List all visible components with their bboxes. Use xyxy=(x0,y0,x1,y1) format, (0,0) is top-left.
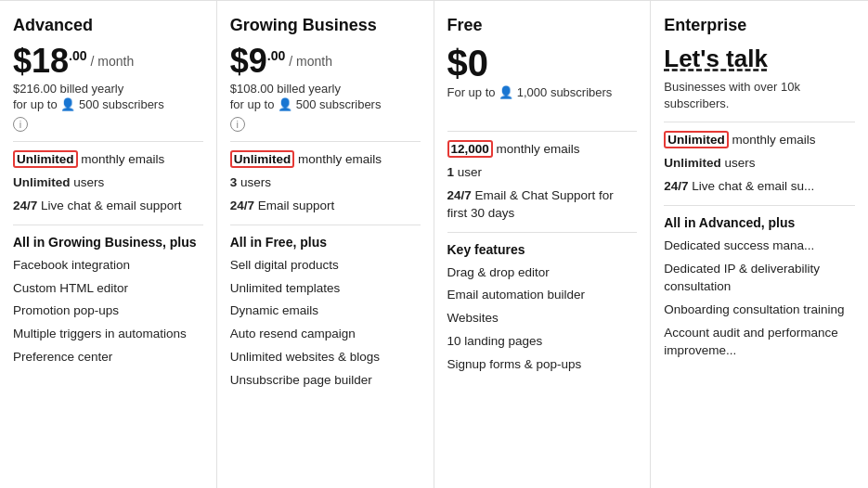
feature-popups: Promotion pop-ups xyxy=(13,302,203,320)
plan-growing: Growing Business $9 .00 / month $108.00 … xyxy=(217,1,434,488)
price-sup-advanced: .00 xyxy=(69,48,86,63)
plan-name-growing: Growing Business xyxy=(230,16,421,35)
feature-unsub: Unsubscribe page builder xyxy=(230,372,421,390)
price-dollar-growing: $9 xyxy=(230,45,267,78)
plan-free: Free $0 For up to 👤 1,000 subscribers 12… xyxy=(434,1,652,488)
feature-facebook: Facebook integration xyxy=(13,257,203,275)
plan-name-free: Free xyxy=(447,16,638,35)
users-advanced: Unlimited users xyxy=(13,174,203,192)
support-free: 24/7 Email & Chat Support for first 30 d… xyxy=(447,187,638,223)
support-enterprise: 24/7 Live chat & email su... xyxy=(664,178,855,196)
plan-enterprise: Enterprise Let's talk Businesses with ov… xyxy=(651,1,868,488)
price-row-advanced: $18 .00 / month xyxy=(13,45,203,78)
plan-name-advanced: Advanced xyxy=(13,16,203,35)
divider-1-enterprise xyxy=(664,122,855,122)
section-title-free: Key features xyxy=(447,242,638,257)
divider-2-advanced xyxy=(13,225,203,225)
divider-1-free xyxy=(447,131,638,132)
feature-triggers: Multiple triggers in automations xyxy=(13,326,203,343)
feature-websites: Unlimited websites & blogs xyxy=(230,349,421,366)
users-free: 1 user xyxy=(447,164,638,182)
section-title-enterprise: All in Advanced, plus xyxy=(664,215,855,230)
users-enterprise: Unlimited users xyxy=(664,155,855,173)
price-dollar-free: $0 xyxy=(447,45,489,82)
email-highlight-advanced: Unlimited xyxy=(17,152,74,166)
feature-websites-free: Websites xyxy=(447,310,638,327)
users-growing: 3 users xyxy=(230,174,421,192)
info-icon-advanced[interactable]: i xyxy=(13,117,28,132)
lets-talk[interactable]: Let's talk xyxy=(664,45,855,73)
email-highlight-free: 12,000 xyxy=(451,142,489,156)
price-row-free: $0 xyxy=(447,45,638,82)
feature-digital: Sell digital products xyxy=(230,257,421,275)
email-suffix-free: monthly emails xyxy=(493,142,580,156)
price-dollar-advanced: $18 xyxy=(13,45,69,78)
feature-html-editor: Custom HTML editor xyxy=(13,280,203,298)
divider-2-free xyxy=(447,232,638,233)
subscribers-growing: for up to 👤 500 subscribers xyxy=(230,97,421,111)
email-feature-advanced: Unlimited monthly emails xyxy=(13,151,203,169)
pricing-grid: Advanced $18 .00 / month $216.00 billed … xyxy=(0,0,868,488)
email-highlight-enterprise: Unlimited xyxy=(667,133,725,147)
price-period-growing: / month xyxy=(289,54,332,69)
email-suffix-enterprise: monthly emails xyxy=(729,133,816,147)
billed-growing: $108.00 billed yearly xyxy=(230,82,421,96)
enterprise-desc: Businesses with over 10k subscribers. xyxy=(664,79,855,112)
billed-free: For up to 👤 1,000 subscribers xyxy=(447,85,638,99)
email-feature-enterprise: Unlimited monthly emails xyxy=(664,132,855,149)
divider-2-enterprise xyxy=(664,205,855,206)
info-icon-growing[interactable]: i xyxy=(230,117,245,132)
feature-preference: Preference center xyxy=(13,349,203,366)
email-highlight-growing: Unlimited xyxy=(234,152,291,166)
email-suffix-advanced: monthly emails xyxy=(78,152,165,166)
divider-2-growing xyxy=(230,225,421,225)
email-feature-free: 12,000 monthly emails xyxy=(447,141,638,159)
feature-automation: Email automation builder xyxy=(447,287,638,304)
feature-landing: 10 landing pages xyxy=(447,333,638,351)
support-advanced: 24/7 Live chat & email support xyxy=(13,198,203,215)
feature-resend: Auto resend campaign xyxy=(230,326,421,343)
feature-audit: Account audit and performance improveme.… xyxy=(664,325,855,360)
billed-advanced: $216.00 billed yearly xyxy=(13,82,203,96)
feature-templates: Unlimited templates xyxy=(230,280,421,298)
email-feature-growing: Unlimited monthly emails xyxy=(230,151,421,169)
section-title-advanced: All in Growing Business, plus xyxy=(13,235,203,250)
divider-1-growing xyxy=(230,141,421,142)
subscribers-advanced: for up to 👤 500 subscribers xyxy=(13,97,203,111)
feature-signup: Signup forms & pop-ups xyxy=(447,356,638,374)
divider-1-advanced xyxy=(13,141,203,142)
support-growing: 24/7 Email support xyxy=(230,198,421,215)
feature-dnd: Drag & drop editor xyxy=(447,264,638,282)
plan-advanced: Advanced $18 .00 / month $216.00 billed … xyxy=(0,1,217,488)
price-period-advanced: / month xyxy=(91,54,135,69)
section-title-growing: All in Free, plus xyxy=(230,235,421,250)
price-sup-growing: .00 xyxy=(267,48,285,63)
feature-dynamic: Dynamic emails xyxy=(230,302,421,320)
email-suffix-growing: monthly emails xyxy=(294,152,382,166)
feature-ip: Dedicated IP & deliverability consultati… xyxy=(664,261,855,296)
plan-name-enterprise: Enterprise xyxy=(664,16,855,35)
price-row-growing: $9 .00 / month xyxy=(230,45,421,78)
feature-success: Dedicated success mana... xyxy=(664,238,855,255)
feature-onboarding: Onboarding consultation training xyxy=(664,302,855,319)
